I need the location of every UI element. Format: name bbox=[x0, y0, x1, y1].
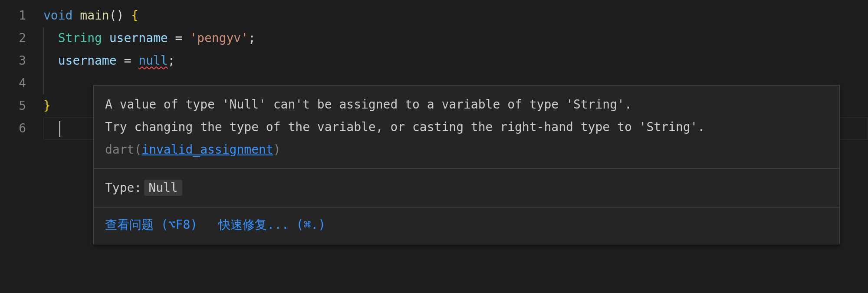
hover-message-section: A value of type 'Null' can't be assigned… bbox=[94, 86, 839, 168]
indent-guide bbox=[43, 72, 44, 95]
hover-actions-bar: 查看问题 (⌥F8) 快速修复... (⌘.) bbox=[94, 207, 839, 244]
line-number-gutter: 1 2 3 4 5 6 bbox=[0, 4, 43, 140]
indent-guide bbox=[43, 49, 44, 72]
hover-source-suffix: ) bbox=[273, 142, 281, 157]
hover-error-message: A value of type 'Null' can't be assigned… bbox=[105, 97, 705, 134]
hover-type-section: Type:Null bbox=[94, 168, 839, 207]
hover-source-prefix: dart( bbox=[105, 142, 141, 157]
variable-username: username bbox=[109, 31, 168, 45]
hover-tooltip[interactable]: A value of type 'Null' can't be assigned… bbox=[93, 85, 840, 244]
code-line[interactable]: String username = 'pengyv'; bbox=[43, 27, 868, 49]
line-number: 1 bbox=[0, 4, 26, 27]
function-main: main bbox=[80, 8, 109, 23]
keyword-null-error[interactable]: null bbox=[138, 53, 168, 68]
view-problem-action[interactable]: 查看问题 (⌥F8) bbox=[105, 214, 197, 236]
quick-fix-action[interactable]: 快速修复... (⌘.) bbox=[218, 214, 326, 236]
indent-guide bbox=[43, 27, 44, 49]
error-code-link[interactable]: invalid_assignment bbox=[141, 142, 273, 157]
line-number: 5 bbox=[0, 95, 26, 117]
equals-sign: = bbox=[124, 53, 131, 68]
line-number: 6 bbox=[0, 117, 26, 140]
paren-pair: () bbox=[109, 8, 124, 23]
hover-type-value: Null bbox=[144, 180, 182, 196]
brace-close: } bbox=[43, 99, 51, 113]
semicolon: ; bbox=[248, 31, 256, 45]
line-number: 2 bbox=[0, 27, 26, 49]
code-line[interactable]: username = null; bbox=[43, 49, 868, 72]
brace-open: { bbox=[131, 8, 138, 23]
hover-type-label: Type: bbox=[105, 181, 141, 195]
equals-sign: = bbox=[175, 31, 182, 45]
string-literal: 'pengyv' bbox=[190, 31, 248, 45]
semicolon: ; bbox=[168, 53, 175, 68]
variable-username: username bbox=[58, 53, 117, 68]
code-line[interactable]: void main() { bbox=[43, 4, 868, 27]
keyword-void: void bbox=[43, 8, 72, 23]
line-number: 3 bbox=[0, 49, 26, 72]
type-string: String bbox=[58, 31, 102, 45]
line-number: 4 bbox=[0, 72, 26, 95]
